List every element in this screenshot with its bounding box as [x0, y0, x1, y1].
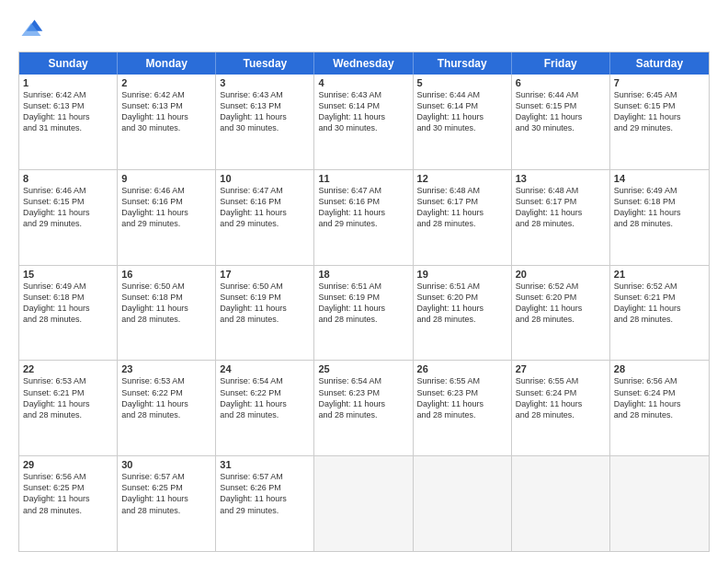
day-info: Sunrise: 6:56 AM Sunset: 6:25 PM Dayligh…	[23, 471, 113, 516]
calendar-cell: 29Sunrise: 6:56 AM Sunset: 6:25 PM Dayli…	[19, 456, 118, 551]
day-info: Sunrise: 6:57 AM Sunset: 6:26 PM Dayligh…	[220, 471, 310, 516]
calendar-cell: 15Sunrise: 6:49 AM Sunset: 6:18 PM Dayli…	[19, 266, 118, 361]
day-number: 19	[417, 269, 507, 280]
day-number: 8	[23, 173, 113, 184]
calendar-cell: 6Sunrise: 6:44 AM Sunset: 6:15 PM Daylig…	[512, 75, 610, 169]
day-number: 10	[220, 173, 310, 184]
calendar-cell: 25Sunrise: 6:54 AM Sunset: 6:23 PM Dayli…	[314, 361, 413, 455]
calendar-row: 1Sunrise: 6:42 AM Sunset: 6:13 PM Daylig…	[19, 75, 709, 169]
calendar-cell: 3Sunrise: 6:43 AM Sunset: 6:13 PM Daylig…	[216, 75, 314, 169]
day-number: 17	[220, 269, 310, 280]
calendar-row: 8Sunrise: 6:46 AM Sunset: 6:15 PM Daylig…	[19, 169, 709, 265]
calendar-header: SundayMondayTuesdayWednesdayThursdayFrid…	[19, 52, 709, 75]
calendar-cell: 11Sunrise: 6:47 AM Sunset: 6:16 PM Dayli…	[314, 170, 413, 265]
calendar-cell	[512, 456, 610, 551]
day-info: Sunrise: 6:49 AM Sunset: 6:18 PM Dayligh…	[614, 185, 705, 230]
day-info: Sunrise: 6:42 AM Sunset: 6:13 PM Dayligh…	[23, 89, 113, 134]
day-number: 1	[23, 77, 113, 88]
calendar-cell: 31Sunrise: 6:57 AM Sunset: 6:26 PM Dayli…	[216, 456, 314, 551]
day-info: Sunrise: 6:54 AM Sunset: 6:22 PM Dayligh…	[220, 375, 310, 420]
day-number: 24	[220, 363, 310, 374]
calendar-cell	[610, 456, 709, 551]
calendar-cell: 16Sunrise: 6:50 AM Sunset: 6:18 PM Dayli…	[118, 266, 216, 361]
calendar-cell: 30Sunrise: 6:57 AM Sunset: 6:25 PM Dayli…	[118, 456, 216, 551]
weekday-header: Saturday	[610, 52, 709, 75]
day-info: Sunrise: 6:42 AM Sunset: 6:13 PM Dayligh…	[121, 89, 211, 134]
day-info: Sunrise: 6:57 AM Sunset: 6:25 PM Dayligh…	[121, 471, 211, 516]
day-info: Sunrise: 6:47 AM Sunset: 6:16 PM Dayligh…	[318, 185, 408, 230]
day-number: 18	[318, 269, 408, 280]
weekday-header: Wednesday	[314, 52, 413, 75]
logo-icon	[18, 17, 44, 42]
day-number: 20	[516, 269, 606, 280]
day-info: Sunrise: 6:56 AM Sunset: 6:24 PM Dayligh…	[614, 375, 705, 420]
calendar-cell: 23Sunrise: 6:53 AM Sunset: 6:22 PM Dayli…	[118, 361, 216, 455]
day-number: 5	[417, 77, 507, 88]
day-number: 2	[121, 77, 211, 88]
calendar-cell: 7Sunrise: 6:45 AM Sunset: 6:15 PM Daylig…	[610, 75, 709, 169]
page: SundayMondayTuesdayWednesdayThursdayFrid…	[0, 0, 728, 563]
day-info: Sunrise: 6:52 AM Sunset: 6:20 PM Dayligh…	[516, 281, 606, 326]
day-number: 25	[318, 363, 408, 374]
calendar-body: 1Sunrise: 6:42 AM Sunset: 6:13 PM Daylig…	[19, 75, 709, 551]
calendar-row: 15Sunrise: 6:49 AM Sunset: 6:18 PM Dayli…	[19, 265, 709, 361]
day-info: Sunrise: 6:47 AM Sunset: 6:16 PM Dayligh…	[220, 185, 310, 230]
calendar-cell: 8Sunrise: 6:46 AM Sunset: 6:15 PM Daylig…	[19, 170, 118, 265]
day-number: 27	[516, 363, 606, 374]
day-info: Sunrise: 6:50 AM Sunset: 6:19 PM Dayligh…	[220, 281, 310, 326]
day-number: 16	[121, 269, 211, 280]
calendar-cell: 24Sunrise: 6:54 AM Sunset: 6:22 PM Dayli…	[216, 361, 314, 455]
calendar-cell	[314, 456, 413, 551]
day-number: 4	[318, 77, 408, 88]
day-info: Sunrise: 6:55 AM Sunset: 6:24 PM Dayligh…	[516, 375, 606, 420]
day-number: 29	[23, 459, 113, 470]
calendar-cell: 19Sunrise: 6:51 AM Sunset: 6:20 PM Dayli…	[414, 266, 512, 361]
day-number: 11	[318, 173, 408, 184]
day-number: 14	[614, 173, 705, 184]
calendar: SundayMondayTuesdayWednesdayThursdayFrid…	[18, 52, 710, 552]
day-number: 15	[23, 269, 113, 280]
calendar-row: 22Sunrise: 6:53 AM Sunset: 6:21 PM Dayli…	[19, 360, 709, 455]
logo	[18, 17, 48, 42]
day-number: 28	[614, 363, 705, 374]
day-info: Sunrise: 6:55 AM Sunset: 6:23 PM Dayligh…	[417, 375, 507, 420]
day-info: Sunrise: 6:50 AM Sunset: 6:18 PM Dayligh…	[121, 281, 211, 326]
day-info: Sunrise: 6:43 AM Sunset: 6:14 PM Dayligh…	[318, 89, 408, 134]
calendar-cell: 21Sunrise: 6:52 AM Sunset: 6:21 PM Dayli…	[610, 266, 709, 361]
calendar-cell: 28Sunrise: 6:56 AM Sunset: 6:24 PM Dayli…	[610, 361, 709, 455]
day-info: Sunrise: 6:53 AM Sunset: 6:22 PM Dayligh…	[121, 375, 211, 420]
day-number: 22	[23, 363, 113, 374]
calendar-cell: 22Sunrise: 6:53 AM Sunset: 6:21 PM Dayli…	[19, 361, 118, 455]
calendar-cell: 18Sunrise: 6:51 AM Sunset: 6:19 PM Dayli…	[314, 266, 413, 361]
day-number: 7	[614, 77, 705, 88]
calendar-cell: 9Sunrise: 6:46 AM Sunset: 6:16 PM Daylig…	[118, 170, 216, 265]
header	[18, 17, 710, 42]
day-number: 6	[516, 77, 606, 88]
calendar-cell: 20Sunrise: 6:52 AM Sunset: 6:20 PM Dayli…	[512, 266, 610, 361]
day-number: 12	[417, 173, 507, 184]
day-number: 31	[220, 459, 310, 470]
calendar-cell: 10Sunrise: 6:47 AM Sunset: 6:16 PM Dayli…	[216, 170, 314, 265]
calendar-row: 29Sunrise: 6:56 AM Sunset: 6:25 PM Dayli…	[19, 455, 709, 551]
calendar-cell: 13Sunrise: 6:48 AM Sunset: 6:17 PM Dayli…	[512, 170, 610, 265]
weekday-header: Sunday	[19, 52, 118, 75]
day-info: Sunrise: 6:48 AM Sunset: 6:17 PM Dayligh…	[516, 185, 606, 230]
day-number: 9	[121, 173, 211, 184]
calendar-cell: 4Sunrise: 6:43 AM Sunset: 6:14 PM Daylig…	[314, 75, 413, 169]
day-info: Sunrise: 6:44 AM Sunset: 6:14 PM Dayligh…	[417, 89, 507, 134]
day-number: 3	[220, 77, 310, 88]
calendar-cell: 2Sunrise: 6:42 AM Sunset: 6:13 PM Daylig…	[118, 75, 216, 169]
day-info: Sunrise: 6:53 AM Sunset: 6:21 PM Dayligh…	[23, 375, 113, 420]
day-info: Sunrise: 6:46 AM Sunset: 6:15 PM Dayligh…	[23, 185, 113, 230]
day-info: Sunrise: 6:52 AM Sunset: 6:21 PM Dayligh…	[614, 281, 705, 326]
day-number: 30	[121, 459, 211, 470]
day-info: Sunrise: 6:45 AM Sunset: 6:15 PM Dayligh…	[614, 89, 705, 134]
calendar-cell: 17Sunrise: 6:50 AM Sunset: 6:19 PM Dayli…	[216, 266, 314, 361]
day-info: Sunrise: 6:43 AM Sunset: 6:13 PM Dayligh…	[220, 89, 310, 134]
calendar-cell: 27Sunrise: 6:55 AM Sunset: 6:24 PM Dayli…	[512, 361, 610, 455]
day-info: Sunrise: 6:48 AM Sunset: 6:17 PM Dayligh…	[417, 185, 507, 230]
weekday-header: Thursday	[414, 52, 512, 75]
day-number: 23	[121, 363, 211, 374]
day-info: Sunrise: 6:51 AM Sunset: 6:20 PM Dayligh…	[417, 281, 507, 326]
calendar-cell: 1Sunrise: 6:42 AM Sunset: 6:13 PM Daylig…	[19, 75, 118, 169]
